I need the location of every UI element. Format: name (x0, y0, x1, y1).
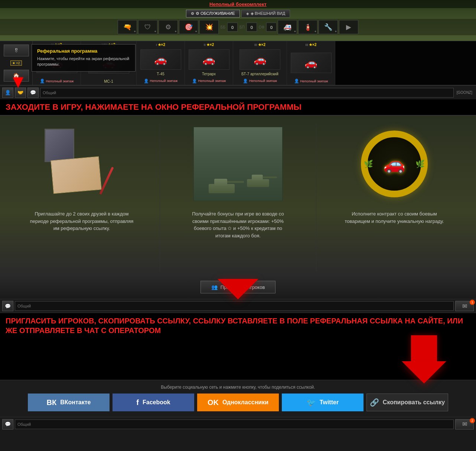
crew-status-6: 👤 Неполный экипаж (294, 79, 328, 83)
chat-icon-3: 💬 (5, 421, 11, 427)
equip-slot-8[interactable]: 🔧 + (319, 20, 338, 34)
equip-divider-3: ОФ (258, 25, 265, 29)
equip-bp-count: 0 (247, 23, 257, 32)
service-button[interactable]: ⚙ ⚙ ОБСЛУЖИВАНИЕ (186, 10, 240, 17)
service-buttons: ⚙ ⚙ ОБСЛУЖИВАНИЕ ◈ ◈ ВНЕШНИЙ ВИД (0, 8, 476, 19)
ref-col-2: Получайте бонусы при игре во взводе со с… (160, 123, 316, 239)
equip-ammo-icon: 🎯 (185, 23, 193, 31)
equip-fire-icon: 🧯 (304, 23, 312, 31)
arrow-shaft-2 (411, 335, 437, 361)
chat-bar-2: 💬 ✉ 1 (0, 299, 476, 313)
vk-button[interactable]: ВК ВКонтакте (28, 394, 110, 411)
equip-slot-7[interactable]: 🧯 + (298, 20, 317, 34)
arrow-head-2 (402, 361, 446, 383)
facebook-button[interactable]: f Facebook (113, 394, 194, 411)
letters-image-box (9, 123, 154, 205)
tank-name-5: БТ-7 артиллерийский (241, 72, 278, 76)
tank-name-2: МС-1 (104, 79, 113, 83)
chat-msg-btn-3[interactable]: 💬 (2, 419, 13, 429)
tank-slot-5[interactable]: III ★×2 🚗 БТ-7 артиллерийский 👤 Неполный… (233, 41, 287, 85)
service-label: ⚙ ОБСЛУЖИВАНИЕ (196, 11, 235, 16)
tank-name-4: Тетрарх (202, 72, 216, 76)
chat-msg-btn-2[interactable]: 💬 (2, 301, 13, 311)
chat-input-1[interactable] (40, 88, 454, 98)
equip-slot-2[interactable]: 🛡 + (138, 20, 157, 34)
tank-image-3: 🚗 (140, 49, 181, 70)
tank-barrel-2 (263, 177, 277, 178)
twitter-label: Twitter (320, 399, 339, 406)
send-button-1[interactable]: ✉ 1 (455, 301, 474, 311)
letter-main (50, 157, 101, 194)
appearance-icon: ◈ (246, 11, 249, 16)
social-share-section: Выберите социальную сеть и нажмите кнопк… (0, 380, 476, 417)
equip-slot-1[interactable]: 🔫 + (118, 20, 137, 34)
vk-logo: ВК (47, 398, 57, 407)
instruction-text-1: ЗАХОДИТЕ В ИГРУ, НАЖИМАЕТЕ НА ОКНО РЕФЕР… (6, 102, 470, 112)
equip-divider-1: ББ (220, 25, 226, 29)
tank-image-6: 🚗 (291, 53, 332, 73)
equip-gun-icon: 🔫 (123, 23, 131, 31)
ref-desc-1: Приглашайте до 2 своих друзей в каждом п… (30, 210, 134, 232)
clan-tag: [GOONZ] (455, 90, 474, 95)
appearance-button[interactable]: ◈ ◈ ВНЕШНИЙ ВИД (241, 10, 290, 17)
chat-input-2[interactable] (15, 301, 454, 311)
twitter-button[interactable]: 🐦 Twitter (282, 394, 363, 411)
tank-body-1 (209, 184, 235, 193)
notification-badge-2: 2 (470, 418, 475, 423)
equip-med-icon: 🚑 (283, 23, 291, 31)
chat-msg-icon: 💬 (30, 90, 36, 95)
social-buttons-row: ВК ВКонтакте f Facebook OK Одноклассники… (6, 394, 470, 411)
vk-label: ВКонтакте (60, 399, 91, 406)
tank-level-4: II ★×2 (204, 43, 214, 47)
referral-tooltip[interactable]: Реферальная программа Нажмите, чтобы пер… (32, 44, 136, 72)
medal-wreath: 🚗 🌿 🌿 (361, 131, 428, 197)
xp-badge: ★ ×2 (10, 60, 22, 66)
chat-icon-2: 💬 (5, 303, 11, 309)
tank-slot-3[interactable]: I ★×2 🚗 Т-45 👤 Неполный экипаж (137, 41, 185, 85)
facebook-label: Facebook (143, 399, 170, 406)
tank-level-3: I ★×2 (156, 43, 165, 47)
ref-desc-2: Получайте бонусы при игре во взводе со с… (186, 210, 290, 239)
odnoklassniki-button[interactable]: OK Одноклассники (197, 394, 279, 411)
instruction-header-2: ПРИГЛАСИТЬ ИГРОКОВ, СКОПИРОВАТЬ ССЫЛКУ, … (0, 313, 476, 335)
equip-slot-6[interactable]: 🚑 + (278, 20, 297, 34)
tank-slot-4[interactable]: II ★×2 🚗 Тетрарх 👤 Неполный экипаж (185, 41, 233, 85)
social-share-label: Выберите социальную сеть и нажмите кнопк… (6, 385, 470, 390)
red-arrow-indicator: ▼ (9, 73, 27, 90)
send-button-2[interactable]: ✉ 2 (455, 419, 474, 429)
tank-carousel: 🎖 ★ ×2 🏠 Реферальная программа Нажмите, … (0, 41, 476, 85)
chat-input-3[interactable] (15, 419, 454, 429)
battle-button[interactable]: 🎖 (4, 45, 29, 56)
chat-bar-3: 💬 ✉ 2 (0, 417, 476, 431)
equip-slot-4[interactable]: 🎯 + (179, 20, 198, 34)
instruction-header-1: ЗАХОДИТЕ В ИГРУ, НАЖИМАЕТЕ НА ОКНО РЕФЕР… (0, 99, 476, 116)
crew-status-3: 👤 Неполный экипаж (144, 79, 178, 83)
battle-image-box (166, 123, 310, 205)
medal-leaf-left: 🌿 (364, 159, 373, 168)
arrow-2-section (0, 335, 476, 380)
copy-label: Скопировать ссылку (383, 399, 445, 406)
equip-extra-icon: ▶ (346, 23, 351, 31)
equip-slot-5[interactable]: 💥 (199, 20, 219, 34)
crew-status-4: 👤 Неполный экипаж (192, 79, 226, 83)
battle-icon: 🎖 (14, 47, 19, 53)
service-icon: ⚙ (191, 11, 194, 16)
battle-tank-2 (247, 179, 269, 187)
tank-slot-6[interactable]: III ★×2 🚗 👤 Неполный экипаж (287, 41, 335, 85)
equip-slot-3[interactable]: ⚙ + (159, 20, 178, 34)
tank-barrel-1 (227, 181, 244, 183)
chat-msg-btn[interactable]: 💬 (27, 88, 39, 98)
send-icon-1: ✉ (462, 303, 467, 310)
game-title: Неполный боекомплект (209, 1, 267, 7)
copy-link-button[interactable]: 🔗 Скопировать ссылку (366, 394, 448, 411)
ref-desc-3: Исполните контракт со своим боевым товар… (342, 210, 446, 225)
ok-label: Одноклассники (222, 399, 268, 406)
medal-tank-icon: 🚗 (383, 154, 405, 174)
tank-turret-2 (252, 175, 263, 180)
equip-barrel-icon: ⚙ (165, 23, 171, 31)
equip-slot-9[interactable]: ▶ (339, 20, 358, 34)
arrow-head-1 (218, 279, 258, 299)
twitter-logo: 🐦 (307, 398, 316, 407)
tooltip-text: Нажмите, чтобы перейти на экран рефераль… (37, 56, 130, 68)
equip-of-count: 0 (266, 23, 277, 32)
